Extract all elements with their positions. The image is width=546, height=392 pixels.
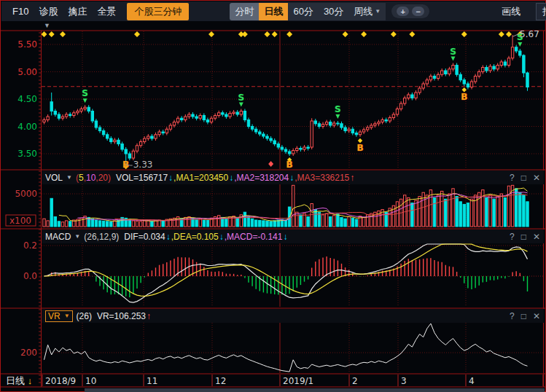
- period-weekly-button[interactable]: 周线 ▼: [348, 3, 386, 20]
- time-axis-label: 2: [352, 376, 358, 386]
- close-icon[interactable]: ✕: [533, 232, 540, 242]
- stock-3min-button[interactable]: 个股三分钟: [127, 3, 189, 20]
- arrow-down-icon: ↓: [166, 232, 171, 242]
- help-icon[interactable]: ?: [510, 232, 515, 242]
- arrow-down-icon: ↓: [283, 232, 287, 242]
- vol-value: ,MA3=336215: [295, 173, 349, 183]
- main-chart-plot[interactable]: [42, 31, 543, 169]
- vol-param: ): [108, 173, 111, 183]
- axis-label: 200: [20, 348, 37, 358]
- time-axis-label: 10: [85, 376, 96, 386]
- chevron-down-icon: ▼: [375, 8, 381, 15]
- arrow-down-icon: ↓: [168, 173, 173, 183]
- period-weekly-label: 周线: [354, 5, 373, 18]
- index-overlay-label: 指数叠加: [542, 5, 546, 18]
- vol-value: ,MA2=318204: [234, 173, 289, 183]
- vr-indicator-selector[interactable]: VR ▼: [45, 310, 73, 322]
- axis-label: 0.2: [23, 240, 37, 251]
- macd-value: ,MACD=-0.141: [225, 232, 283, 242]
- axis-label: 5000: [15, 189, 37, 199]
- arrow-up-icon: ↑: [350, 173, 354, 183]
- time-axis-label: 12: [215, 376, 226, 386]
- macd-indicator-selector[interactable]: MACD ▼: [45, 232, 80, 242]
- vr-panel-header: VR ▼ (26) VR=106.253↑ ? □ ✕: [42, 309, 544, 323]
- vol-indicator-selector[interactable]: VOL ▼: [45, 173, 72, 183]
- chevron-down-icon: ▼: [66, 174, 72, 181]
- period-intraday-button[interactable]: 分时: [230, 3, 259, 20]
- vol-param: 20: [98, 173, 108, 183]
- axis-label: 0.0: [23, 271, 37, 281]
- help-icon[interactable]: ?: [510, 311, 515, 321]
- f10-button[interactable]: F10: [7, 4, 34, 19]
- vr-value: VR=106.253: [97, 311, 146, 321]
- axis-label: 5.50: [17, 39, 37, 50]
- axis-label: 5.00: [17, 67, 37, 77]
- vr-values: VR=106.253↑: [96, 311, 151, 321]
- vol-params: (5,10,20): [76, 173, 111, 183]
- macd-panel-header: MACD ▼ (26,12,9) DIF=0.034↓,DEA=0.105↓,M…: [42, 230, 544, 243]
- vr-params: (26): [77, 311, 92, 321]
- horizontal-scrollbar[interactable]: [85, 388, 545, 392]
- arrow-up-icon: ↑: [147, 311, 151, 321]
- maximize-icon[interactable]: □: [521, 232, 526, 242]
- chevron-down-icon: ▼: [74, 233, 80, 240]
- macd-values: DIF=0.034↓,DEA=0.105↓,MACD=-0.141↓: [123, 232, 287, 242]
- bottom-period-selector[interactable]: 日线 ↓: [6, 375, 32, 388]
- time-axis-label: 3: [401, 376, 407, 386]
- maximize-icon[interactable]: □: [521, 173, 526, 183]
- period-30min-button[interactable]: 30分: [319, 3, 348, 20]
- chart-canvas: 5.505.004.504.003.5050000.20.0200x100201…: [1, 1, 546, 392]
- catch-banker-button[interactable]: 擒庄: [63, 3, 92, 20]
- vol-title: VOL: [45, 173, 63, 183]
- macd-value: ,DEA=0.105: [171, 232, 219, 242]
- vol-param: 5: [79, 173, 84, 183]
- period-switcher: 分时 日线 60分 30分 周线 ▼: [230, 3, 386, 20]
- vol-window-icons: ? □ ✕: [510, 173, 540, 183]
- macd-value: DIF=0.034: [124, 232, 165, 242]
- time-axis-label: 2019/1: [283, 376, 313, 386]
- vr-plot[interactable]: [42, 323, 543, 373]
- time-axis-label: 11: [147, 376, 157, 386]
- help-icon[interactable]: ?: [510, 173, 515, 183]
- stock-chart-window: F10 诊股 擒庄 全景 个股三分钟 分时 日线 60分 30分 周线 ▼ + …: [0, 0, 546, 392]
- period-60min-button[interactable]: 60分: [288, 3, 318, 20]
- zoom-controls: + −: [391, 4, 429, 18]
- diagnose-stock-button[interactable]: 诊股: [34, 3, 63, 20]
- macd-params: (26,12,9): [84, 232, 119, 242]
- time-axis-label: 4: [469, 376, 475, 386]
- index-overlay-button[interactable]: 指数叠加 ▼: [536, 3, 546, 20]
- vol-values: VOL=156717↓,MA1=203450↓,MA2=318204↓,MA3=…: [115, 173, 354, 183]
- vol-param: 10: [86, 173, 95, 183]
- chevron-down-icon: ▼: [64, 313, 70, 319]
- vr-window-icons: ? □ ✕: [510, 311, 540, 321]
- main-indicator-dropdown-icon[interactable]: ▼: [44, 22, 50, 29]
- vr-title: VR: [48, 311, 61, 321]
- arrow-down-icon: ↓: [289, 173, 294, 183]
- axis-label: 3.50: [17, 149, 37, 159]
- vol-plot[interactable]: [42, 184, 543, 227]
- axis-label: 4.00: [17, 122, 37, 132]
- maximize-icon[interactable]: □: [521, 311, 526, 321]
- axis-label: 4.50: [17, 94, 37, 104]
- macd-param: (26,12,9): [84, 232, 119, 242]
- macd-title: MACD: [45, 232, 71, 242]
- macd-window-icons: ? □ ✕: [510, 232, 540, 242]
- bottom-period-label: 日线: [6, 375, 25, 386]
- vol-value: ,MA1=203450: [173, 173, 228, 183]
- top-toolbar: F10 诊股 擒庄 全景 个股三分钟 分时 日线 60分 30分 周线 ▼ + …: [1, 1, 545, 21]
- zoom-out-button[interactable]: −: [412, 7, 424, 16]
- vol-value: VOL=156717: [116, 173, 168, 183]
- close-icon[interactable]: ✕: [533, 311, 540, 321]
- arrow-down-icon: ↓: [229, 173, 233, 183]
- arrow-down-icon: ↓: [28, 375, 33, 386]
- time-axis-label: 2018/9: [45, 376, 76, 386]
- panorama-button[interactable]: 全景: [92, 3, 121, 20]
- period-daily-button[interactable]: 日线: [259, 3, 288, 20]
- zoom-in-button[interactable]: +: [397, 7, 409, 16]
- macd-plot[interactable]: [42, 243, 543, 307]
- arrow-down-icon: ↓: [219, 232, 224, 242]
- close-icon[interactable]: ✕: [533, 173, 540, 183]
- draw-line-button[interactable]: 画线: [496, 3, 526, 20]
- vr-param: (26): [77, 311, 92, 321]
- axis-label: x100: [9, 216, 31, 226]
